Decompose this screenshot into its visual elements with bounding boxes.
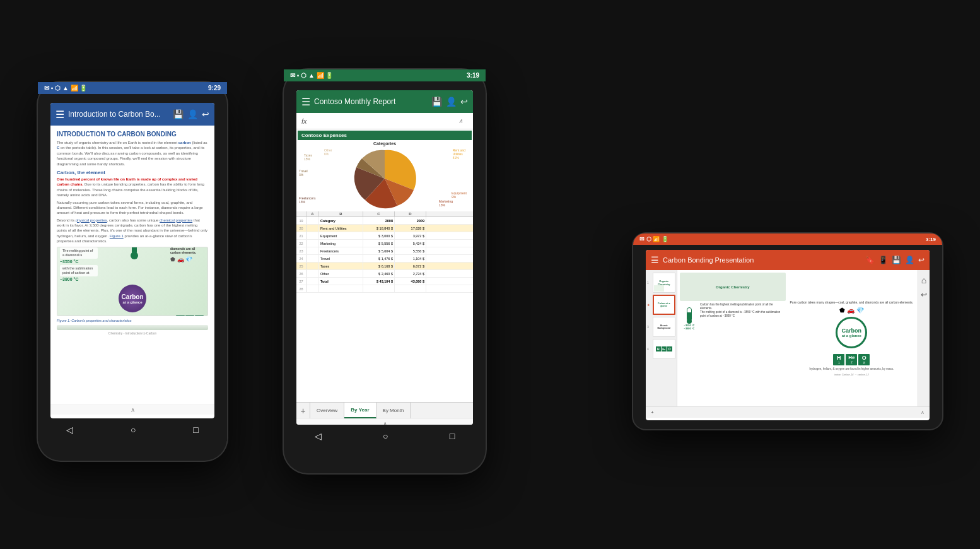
back-icon[interactable]: ◁	[66, 425, 73, 435]
formula-collapse-icon[interactable]: ∧	[458, 117, 463, 124]
excel-scroll-indicator[interactable]: ∧	[296, 418, 473, 425]
word-para-1: The study of organic chemistry and life …	[57, 140, 208, 167]
ppt-thumb-4[interactable]: H He O	[653, 339, 675, 359]
word-screen: ☰ Introduction to Carbon Bo... 💾 👤 ↩ INT…	[50, 103, 214, 418]
slide-carbon-circle: Carbon at a glance	[836, 317, 867, 348]
ppt-scroll-indicator[interactable]: ∧	[921, 410, 925, 415]
legend-freelancers: Freelancers13%	[299, 196, 315, 204]
add-sheet-button[interactable]: +	[296, 403, 310, 418]
ppt-back-right-icon[interactable]: ↩	[921, 290, 927, 299]
slide-panel-item-1[interactable]: 1 Organic Chemistry	[647, 273, 675, 293]
excel-undo-icon[interactable]: ↩	[460, 97, 468, 107]
ppt-element-o: O8	[858, 354, 870, 365]
element-o: O8	[195, 315, 204, 316]
status-bar-excel: ✉ ▪ ⬡ ▲ 📶 🔋 3:19	[284, 69, 486, 81]
slide-img-organic: Organic Chemistry	[680, 273, 786, 301]
ppt-right-icons: ⌂ ↩	[918, 270, 930, 406]
ppt-slide-panel: 1 Organic Chemistry ★ Carbon at a glance…	[646, 270, 677, 406]
excel-share-icon[interactable]: 👤	[446, 97, 457, 107]
ppt-share-icon[interactable]: 👤	[905, 256, 914, 264]
excel-home-icon[interactable]: ○	[383, 431, 388, 441]
pie-chart-svg	[353, 147, 416, 210]
word-nav-bar: ◁ ○ □	[38, 418, 227, 441]
word-infographic: Carbon has the highest melting/sublimati…	[57, 247, 208, 316]
tab-by-year[interactable]: By Year	[344, 403, 376, 418]
ppt-save-icon[interactable]: 💾	[892, 256, 901, 264]
ppt-undo-icon[interactable]: ↩	[918, 256, 925, 264]
excel-grid: Contoso Expenses Categories	[296, 129, 473, 402]
ppt-tablet-icon[interactable]: 📱	[878, 256, 888, 264]
ppt-hamburger-icon[interactable]: ☰	[651, 255, 659, 265]
word-document: INTRODUCTION TO CARBON BONDING The study…	[50, 126, 214, 404]
legend-rent: Rent andUtilities41%	[453, 148, 465, 160]
ppt-element-h: H1	[833, 354, 844, 365]
slide-panel-item-3[interactable]: 3 Atomic Background	[647, 317, 675, 337]
table-row: 20 Rent and Utilities $ 18,840 $ 17,628 …	[296, 225, 473, 232]
home-icon[interactable]: ○	[131, 425, 136, 435]
excel-app-title: Contoso Monthly Report	[314, 97, 428, 106]
carbon-circle: Carbon at a glance	[119, 285, 146, 312]
status-bar-word: ✉ ▪ ⬡ ▲ 📶 🔋 9:29	[38, 82, 227, 94]
fx-icon: fx	[301, 117, 307, 125]
ppt-element-he: He2	[846, 354, 857, 365]
ppt-bookmark-icon[interactable]: 🔖	[865, 256, 875, 264]
word-para-2: One hundred percent of known life on Ear…	[57, 177, 208, 198]
legend-other: Other6%	[324, 148, 332, 156]
temp-label-1: The melting point of a diamond is	[60, 247, 98, 259]
word-caption: Figure 1: Carbon's properties and charac…	[57, 319, 208, 322]
word-section1: Carbon, the element	[57, 170, 208, 175]
add-slide-button[interactable]: +	[651, 410, 654, 415]
status-icons-excel: ✉ ▪ ⬡ ▲ 📶 🔋	[290, 72, 333, 79]
word-scroll-indicator[interactable]: ∧	[50, 404, 214, 415]
word-doc-title: INTRODUCTION TO CARBON BONDING	[57, 131, 208, 138]
word-undo-icon[interactable]: ↩	[202, 109, 209, 119]
table-row: 19 Category 2008 2009	[296, 217, 473, 225]
word-para-3: Naturally occurring pure carbon takes se…	[57, 200, 208, 216]
col-header-d: D	[395, 211, 426, 216]
hamburger-icon[interactable]: ☰	[55, 109, 64, 121]
up-chevron-icon: ∧	[131, 406, 135, 413]
table-row: 22 Marketing $ 5,556 $ 5,424 $	[296, 240, 473, 247]
table-row: 26 Other $ 2,460 $ 2,724 $	[296, 270, 473, 278]
status-bar-ppt: ✉ ⬡ 📶 🔋 3:19	[633, 233, 942, 245]
excel-hamburger-icon[interactable]: ☰	[301, 96, 310, 108]
tab-overview[interactable]: Overview	[310, 403, 344, 418]
ppt-status-bar: + ∧	[646, 406, 930, 418]
table-row: 25 Taxes $ 6,168 $ 6,672 $	[296, 263, 473, 270]
word-footer: Chemistry - Introduction to Carbon	[57, 331, 208, 335]
ppt-home-right-icon[interactable]: ⌂	[921, 275, 926, 285]
status-time-excel: 3:19	[467, 72, 479, 79]
row-num-header	[296, 211, 306, 216]
slide-panel-item-2[interactable]: ★ Carbon at a glance	[647, 295, 675, 315]
ppt-thumb-3[interactable]: Atomic Background	[653, 317, 675, 337]
legend-equipment: Equipment9%	[452, 191, 467, 199]
excel-recent-icon[interactable]: □	[450, 431, 455, 441]
excel-back-icon[interactable]: ◁	[315, 431, 322, 441]
status-icons-ppt: ✉ ⬡ 📶 🔋	[639, 236, 668, 242]
ppt-thermometer	[687, 307, 692, 324]
table-row: 27 Total $ 43,104 $ 43,080 $	[296, 278, 473, 285]
ppt-content-area: 1 Organic Chemistry ★ Carbon at a glance…	[646, 270, 930, 406]
excel-save-icon[interactable]: 💾	[431, 97, 442, 107]
table-row: 21 Equipment $ 3,000 $ 3,972 $	[296, 232, 473, 240]
ppt-screen: ☰ Carbon Bonding Presentation 🔖 📱 💾 👤 ↩ …	[646, 250, 930, 420]
ppt-main-slide: Organic Chemistry −3550 °C	[677, 270, 918, 406]
ppt-thumb-2[interactable]: Carbon at a glance	[653, 295, 676, 315]
status-time-ppt: 3:19	[926, 237, 936, 242]
tab-by-month[interactable]: By Month	[376, 403, 411, 418]
excel-app-bar: ☰ Contoso Monthly Report 💾 👤 ↩	[296, 90, 473, 113]
slide-panel-item-4[interactable]: 4 H He O	[647, 339, 675, 359]
recent-icon[interactable]: □	[193, 425, 198, 435]
word-save-icon[interactable]: 💾	[173, 109, 184, 119]
ppt-app-title: Carbon Bonding Presentation	[663, 256, 861, 264]
excel-screen: ☰ Contoso Monthly Report 💾 👤 ↩ fx ∧ Cont…	[296, 90, 473, 425]
excel-chart: Contoso Expenses Categories	[296, 129, 473, 211]
word-share-icon[interactable]: 👤	[187, 109, 198, 119]
tablet-ppt: ✉ ⬡ 📶 🔋 3:19 ☰ Carbon Bonding Presentati…	[633, 233, 942, 429]
word-title: Introduction to Carbon Bo...	[68, 110, 169, 119]
ppt-thumb-1[interactable]: Organic Chemistry	[653, 273, 675, 293]
legend-travel: Travel3%	[299, 169, 308, 177]
table-row: 24 Travel $ 1,476 $ 1,104 $	[296, 255, 473, 263]
up-chevron-excel-icon: ∧	[383, 420, 387, 425]
element-he: He2	[185, 315, 194, 316]
